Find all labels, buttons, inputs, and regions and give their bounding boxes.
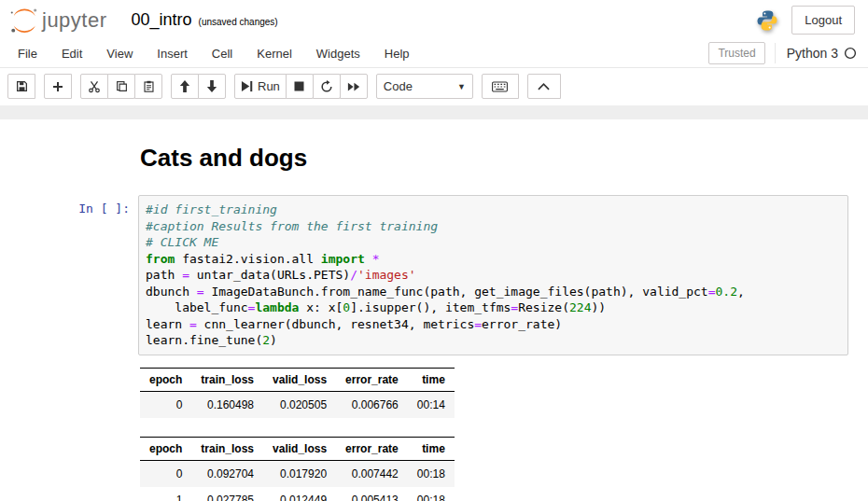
cell-type-value: Code — [384, 79, 413, 93]
column-header: train_loss — [191, 368, 263, 391]
table-row: 00.1604980.0205050.00676600:14 — [140, 391, 455, 418]
markdown-heading: Cats and dogs — [140, 144, 868, 173]
run-button[interactable]: Run — [234, 74, 287, 99]
run-label: Run — [258, 79, 280, 93]
code-line: learn.fine_tune(2) — [146, 332, 841, 349]
code-line: label_func=lambda x: x[0].isupper(), ite… — [146, 299, 841, 316]
fast-forward-icon — [347, 81, 360, 92]
paste-icon — [143, 80, 155, 92]
chevron-down-icon: ▼ — [457, 82, 466, 91]
code-line: # CLICK ME — [146, 234, 841, 251]
arrow-down-icon — [206, 80, 217, 92]
header: jupyter 00_intro (unsaved changes) Logou… — [0, 0, 868, 39]
table-row: 10.0277850.0124490.00541300:18 — [140, 487, 455, 501]
scissors-icon — [88, 80, 101, 93]
python-logo-icon — [756, 9, 778, 32]
plus-icon — [52, 81, 63, 92]
output-area: epochtrain_lossvalid_losserror_ratetime0… — [0, 368, 868, 501]
kernel-indicator: Python 3 — [775, 43, 857, 63]
collapse-toolbar-button[interactable] — [527, 74, 561, 99]
menu-item-widgets[interactable]: Widgets — [304, 40, 372, 67]
trusted-badge[interactable]: Trusted — [708, 42, 764, 64]
save-icon — [16, 80, 28, 92]
column-header: time — [408, 368, 455, 391]
stop-icon — [294, 81, 304, 91]
menu-item-file[interactable]: File — [6, 40, 49, 67]
move-cell-down-button[interactable] — [198, 74, 226, 99]
code-line: learn = cnn_learner(dbunch, resnet34, me… — [146, 316, 841, 333]
table-row: 00.0927040.0179200.00744200:18 — [140, 460, 455, 487]
jupyter-planet-icon — [9, 7, 39, 34]
run-icon — [241, 80, 253, 92]
menubar: FileEditViewInsertCellKernelWidgetsHelp … — [0, 39, 868, 68]
column-header: epoch — [140, 437, 191, 460]
command-palette-button[interactable] — [482, 74, 519, 99]
restart-kernel-button[interactable] — [313, 74, 341, 99]
page-background-strip — [0, 105, 868, 119]
cut-cell-button[interactable] — [80, 74, 108, 99]
code-line: dbunch = ImageDataBunch.from_name_func(p… — [146, 284, 841, 300]
column-header: valid_loss — [263, 437, 336, 460]
code-line: #id first_training — [146, 202, 841, 218]
interrupt-kernel-button[interactable] — [286, 74, 314, 99]
add-cell-button[interactable] — [44, 74, 72, 99]
metrics-table: epochtrain_lossvalid_losserror_ratetime0… — [140, 368, 455, 418]
chevron-up-icon — [538, 83, 550, 90]
refresh-icon — [320, 80, 333, 93]
logout-button[interactable]: Logout — [791, 6, 855, 35]
code-editor[interactable]: #id first_training#caption Results from … — [138, 195, 848, 355]
menu-item-cell[interactable]: Cell — [200, 40, 245, 67]
move-cell-up-button[interactable] — [171, 74, 199, 99]
jupyter-logo[interactable]: jupyter — [9, 7, 107, 34]
code-line: #caption Results from the first training — [146, 218, 841, 235]
column-header: error_rate — [336, 437, 408, 460]
save-button[interactable] — [7, 74, 35, 99]
autosave-status: (unsaved changes) — [199, 17, 278, 27]
toolbar: Run Code ▼ — [0, 68, 868, 105]
menu-item-kernel[interactable]: Kernel — [245, 40, 304, 67]
restart-run-all-button[interactable] — [340, 74, 368, 99]
code-line: path = untar_data(URLs.PETS)/'images' — [146, 267, 841, 284]
markdown-cell[interactable]: Cats and dogs — [0, 144, 868, 173]
logo-text: jupyter — [42, 10, 107, 34]
menu-item-help[interactable]: Help — [372, 40, 422, 67]
column-header: valid_loss — [263, 368, 336, 391]
input-prompt: In [ ]: — [0, 195, 138, 355]
arrow-up-icon — [179, 80, 190, 92]
menu-item-insert[interactable]: Insert — [145, 40, 200, 67]
column-header: time — [408, 437, 455, 460]
column-header: error_rate — [336, 368, 408, 391]
kernel-name: Python 3 — [787, 46, 838, 61]
code-cell[interactable]: In [ ]: #id first_training#caption Resul… — [0, 195, 868, 355]
kernel-idle-icon — [844, 47, 857, 60]
column-header: train_loss — [191, 437, 263, 460]
menu-items: FileEditViewInsertCellKernelWidgetsHelp — [6, 40, 422, 67]
menu-item-view[interactable]: View — [94, 40, 145, 67]
notebook-area: Cats and dogs In [ ]: #id first_training… — [0, 119, 868, 501]
copy-cell-button[interactable] — [107, 74, 135, 99]
metrics-table: epochtrain_lossvalid_losserror_ratetime0… — [140, 437, 455, 501]
copy-icon — [116, 80, 128, 92]
notebook-title[interactable]: 00_intro — [132, 10, 192, 30]
cell-type-dropdown[interactable]: Code ▼ — [376, 74, 473, 99]
menu-item-edit[interactable]: Edit — [49, 40, 94, 67]
training-table-2: epochtrain_lossvalid_losserror_ratetime0… — [140, 437, 868, 501]
keyboard-icon — [492, 81, 508, 92]
training-table-1: epochtrain_lossvalid_losserror_ratetime0… — [140, 368, 868, 418]
column-header: epoch — [140, 368, 191, 391]
code-line: from fastai2.vision.all import * — [146, 251, 841, 268]
paste-cell-button[interactable] — [134, 74, 162, 99]
